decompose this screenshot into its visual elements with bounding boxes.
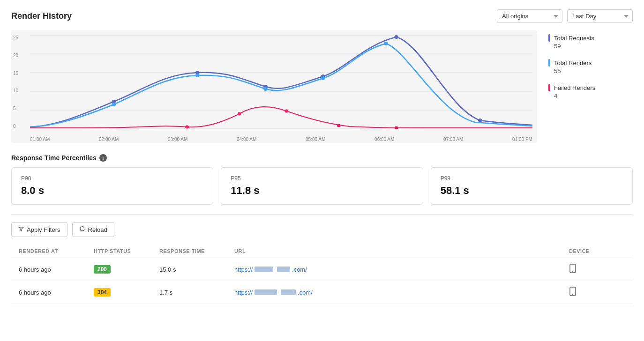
total-requests-value: 59	[554, 43, 633, 50]
svg-point-17	[185, 126, 189, 129]
apply-filters-button[interactable]: Apply Filters	[11, 222, 67, 237]
legend-failed-renders: Failed Renders 4	[548, 84, 633, 99]
total-renders-color-bar	[548, 59, 550, 67]
col-rendered-at: RENDERED AT	[19, 248, 94, 254]
failed-renders-value: 4	[554, 92, 633, 99]
svg-point-20	[337, 124, 341, 127]
url-cell[interactable]: https:// .com/	[234, 289, 569, 296]
failed-renders-color-bar	[548, 84, 550, 91]
svg-point-14	[263, 87, 268, 91]
svg-point-19	[285, 110, 288, 113]
svg-point-15	[321, 76, 325, 80]
col-url: URL	[234, 248, 569, 254]
rendered-at-cell: 6 hours ago	[19, 266, 94, 273]
svg-point-25	[572, 294, 573, 295]
p95-value: 11.8 s	[231, 185, 413, 197]
filter-icon	[18, 226, 24, 233]
percentile-cards: P90 8.0 s P95 11.8 s P99 58.1 s	[11, 167, 633, 205]
chart-area: 25 20 15 10 5 0	[11, 30, 633, 143]
device-cell	[569, 287, 625, 298]
p90-value: 8.0 s	[21, 185, 203, 197]
response-time-cell: 1.7 s	[159, 289, 234, 296]
origins-select[interactable]: All origins Origin 1 Origin 2	[497, 9, 562, 23]
total-requests-color-bar	[548, 34, 550, 42]
status-badge: 200	[94, 265, 111, 274]
percentile-card-p95: P95 11.8 s	[221, 167, 423, 205]
percentiles-title: Response Time Percentiles i	[11, 154, 633, 162]
total-renders-label: Total Renders	[554, 59, 592, 67]
chart-container: 25 20 15 10 5 0	[11, 30, 537, 143]
url-redacted-part1	[255, 267, 273, 272]
table-row: 6 hours ago 304 1.7 s https:// .com/	[11, 281, 633, 304]
url-cell[interactable]: https:// .com/	[234, 266, 569, 273]
total-renders-value: 55	[554, 67, 633, 74]
svg-point-11	[478, 119, 482, 122]
svg-point-12	[112, 103, 116, 106]
percentile-card-p90: P90 8.0 s	[11, 167, 213, 205]
status-cell: 304	[94, 288, 159, 297]
svg-point-23	[572, 271, 573, 272]
reload-button[interactable]: Reload	[72, 222, 114, 237]
percentile-card-p99: P99 58.1 s	[431, 167, 633, 205]
chart-legend: Total Requests 59 Total Renders 55 Faile…	[548, 30, 633, 143]
p99-label: P99	[441, 175, 623, 182]
col-response-time: RESPONSE TIME	[159, 248, 234, 254]
svg-point-16	[384, 42, 388, 45]
time-select[interactable]: Last Day Last Hour Last Week Last Month	[567, 9, 633, 23]
col-http-status: HTTP STATUS	[94, 248, 159, 254]
filters-row: All origins Origin 1 Origin 2 Last Day L…	[497, 9, 633, 23]
url-redacted-part2	[281, 289, 296, 295]
status-cell: 200	[94, 265, 159, 274]
table-header: RENDERED AT HTTP STATUS RESPONSE TIME UR…	[11, 245, 633, 258]
failed-renders-label: Failed Renders	[554, 84, 595, 91]
svg-point-13	[195, 74, 200, 77]
action-bar: Apply Filters Reload	[11, 222, 633, 237]
p95-label: P95	[231, 175, 413, 182]
divider	[11, 214, 633, 215]
url-link[interactable]: https:// .com/	[234, 289, 569, 296]
y-axis: 25 20 15 10 5 0	[13, 35, 18, 129]
url-redacted-part1	[255, 289, 277, 295]
total-requests-label: Total Requests	[554, 35, 594, 42]
chart-svg	[30, 35, 532, 129]
percentiles-section: Response Time Percentiles i P90 8.0 s P9…	[11, 154, 633, 205]
reload-icon	[79, 226, 85, 233]
svg-point-10	[394, 35, 398, 39]
col-device: DEVICE	[569, 248, 625, 254]
p90-label: P90	[21, 175, 203, 182]
svg-point-18	[238, 112, 241, 116]
legend-total-renders: Total Renders 55	[548, 59, 633, 74]
legend-total-requests: Total Requests 59	[548, 34, 633, 50]
status-badge: 304	[94, 288, 111, 297]
page-title: Render History	[11, 11, 72, 21]
x-axis: 01:00 AM 02:00 AM 03:00 AM 04:00 AM 05:0…	[30, 137, 532, 142]
svg-point-21	[395, 126, 398, 129]
table-container: RENDERED AT HTTP STATUS RESPONSE TIME UR…	[11, 245, 633, 304]
device-cell	[569, 264, 625, 275]
response-time-cell: 15.0 s	[159, 266, 234, 273]
mobile-icon	[569, 289, 577, 297]
mobile-icon	[569, 267, 577, 274]
url-link[interactable]: https:// .com/	[234, 266, 569, 273]
rendered-at-cell: 6 hours ago	[19, 289, 94, 296]
table-row: 6 hours ago 200 15.0 s https:// .com/	[11, 258, 633, 281]
url-redacted-part2	[277, 267, 290, 272]
p99-value: 58.1 s	[441, 185, 623, 197]
info-icon: i	[99, 154, 107, 162]
